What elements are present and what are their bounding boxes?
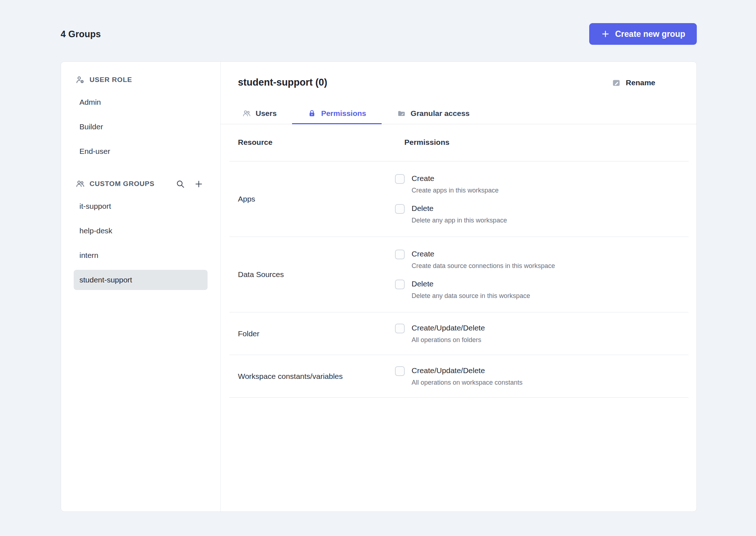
permission-label: Create/Update/Delete <box>412 366 522 375</box>
permission-checkbox-datasources-delete[interactable] <box>395 280 405 289</box>
tab-permissions[interactable]: Permissions <box>292 103 382 124</box>
permissions-table-header: Resource Permissions <box>229 124 688 161</box>
permission-label: Delete <box>412 204 507 213</box>
permission-description: All operations on folders <box>412 336 485 344</box>
permission-list: Create Create apps in this workspace Del… <box>395 174 688 224</box>
tab-users[interactable]: Users <box>227 103 292 124</box>
sidebar-item-end-user[interactable]: End-user <box>74 141 208 161</box>
plus-icon <box>601 29 610 39</box>
groups-page: 4 Groups Create new group USER R <box>0 0 756 512</box>
sidebar-item-student-support[interactable]: student-support <box>74 270 208 290</box>
search-icon[interactable] <box>175 179 185 189</box>
permission-description: Delete any app in this workspace <box>412 216 507 224</box>
add-group-icon[interactable] <box>194 179 204 189</box>
sidebar-section-gap <box>61 161 220 176</box>
groups-card: USER ROLE Admin Builder End-user CUSTO <box>61 61 697 512</box>
permission-checkbox-workspace-constants-cud[interactable] <box>395 366 405 376</box>
permission-item: Create Create apps in this workspace <box>395 174 688 194</box>
permission-checkbox-datasources-create[interactable] <box>395 250 405 259</box>
permission-label: Delete <box>412 279 530 289</box>
permission-text: Create/Update/Delete All operations on w… <box>412 366 522 386</box>
tab-granular-access[interactable]: Granular access <box>382 103 485 124</box>
table-row-apps: Apps Create Create apps in this workspac… <box>229 161 688 237</box>
user-gear-icon <box>75 75 85 85</box>
tab-permissions-label: Permissions <box>321 109 366 118</box>
permission-description: Create apps in this workspace <box>412 186 499 194</box>
permission-text: Create Create apps in this workspace <box>412 174 499 194</box>
resource-label: Workspace constants/variables <box>238 372 395 381</box>
lock-icon <box>308 109 316 118</box>
user-role-section-header: USER ROLE <box>61 72 220 88</box>
permission-item: Create/Update/Delete All operations on w… <box>395 366 688 386</box>
tab-users-label: Users <box>256 109 277 118</box>
people-group-icon <box>75 179 85 189</box>
sidebar-item-intern[interactable]: intern <box>74 245 208 265</box>
permissions-column-header: Permissions <box>395 138 688 147</box>
user-role-header-label: USER ROLE <box>90 76 132 84</box>
create-new-group-label: Create new group <box>615 29 685 39</box>
permission-list: Create/Update/Delete All operations on f… <box>395 323 688 344</box>
page-title: 4 Groups <box>61 29 101 39</box>
permission-text: Delete Delete any app in this workspace <box>412 204 507 224</box>
permission-item: Delete Delete any data source in this wo… <box>395 279 688 300</box>
custom-groups-tools <box>175 179 204 189</box>
group-detail-panel: student-support (0) Rename <box>221 62 696 511</box>
group-tabs: Users Permissions <box>221 103 696 124</box>
table-row-workspace-constants: Workspace constants/variables Create/Upd… <box>229 355 688 398</box>
permission-description: Delete any data source in this workspace <box>412 292 530 300</box>
resource-label: Folder <box>238 329 395 338</box>
table-row-data-sources: Data Sources Create Create data source c… <box>229 237 688 312</box>
tab-granular-access-label: Granular access <box>410 109 469 118</box>
create-new-group-button[interactable]: Create new group <box>589 23 697 45</box>
permission-description: Create data source connections in this w… <box>412 262 555 270</box>
table-row-folder: Folder Create/Update/Delete All operatio… <box>229 312 688 355</box>
page-header: 4 Groups Create new group <box>61 23 697 45</box>
permission-item: Delete Delete any app in this workspace <box>395 204 688 224</box>
permission-text: Create/Update/Delete All operations on f… <box>412 323 485 344</box>
user-role-list: Admin Builder End-user <box>61 92 220 161</box>
permission-label: Create/Update/Delete <box>412 323 485 333</box>
permission-item: Create/Update/Delete All operations on f… <box>395 323 688 344</box>
permission-checkbox-folder-cud[interactable] <box>395 324 405 333</box>
pencil-square-icon <box>612 78 621 87</box>
sidebar-item-builder[interactable]: Builder <box>74 117 208 137</box>
sidebar-item-admin[interactable]: Admin <box>74 92 208 112</box>
custom-groups-list: it-support help-desk intern student-supp… <box>61 196 220 290</box>
permission-list: Create Create data source connections in… <box>395 249 688 300</box>
permission-label: Create <box>412 174 499 183</box>
permission-text: Create Create data source connections in… <box>412 249 555 270</box>
permission-checkbox-apps-create[interactable] <box>395 174 405 184</box>
sidebar-item-help-desk[interactable]: help-desk <box>74 221 208 241</box>
users-icon <box>242 109 251 118</box>
custom-groups-header-label: CUSTOM GROUPS <box>90 180 155 188</box>
custom-groups-section-header: CUSTOM GROUPS <box>61 176 220 192</box>
resource-label: Data Sources <box>238 270 395 279</box>
rename-button[interactable]: Rename <box>612 78 655 87</box>
permission-label: Create <box>412 249 555 259</box>
resource-column-header: Resource <box>238 138 395 147</box>
permission-list: Create/Update/Delete All operations on w… <box>395 366 688 386</box>
folder-edit-icon <box>397 109 406 118</box>
group-title: student-support (0) <box>238 77 327 88</box>
group-detail-header: student-support (0) Rename <box>221 62 696 88</box>
permission-text: Delete Delete any data source in this wo… <box>412 279 530 300</box>
permission-description: All operations on workspace constants <box>412 379 522 386</box>
resource-label: Apps <box>238 195 395 203</box>
groups-sidebar: USER ROLE Admin Builder End-user CUSTO <box>61 62 221 511</box>
sidebar-item-it-support[interactable]: it-support <box>74 196 208 216</box>
permission-item: Create Create data source connections in… <box>395 249 688 270</box>
rename-label: Rename <box>626 78 655 87</box>
permission-checkbox-apps-delete[interactable] <box>395 204 405 214</box>
